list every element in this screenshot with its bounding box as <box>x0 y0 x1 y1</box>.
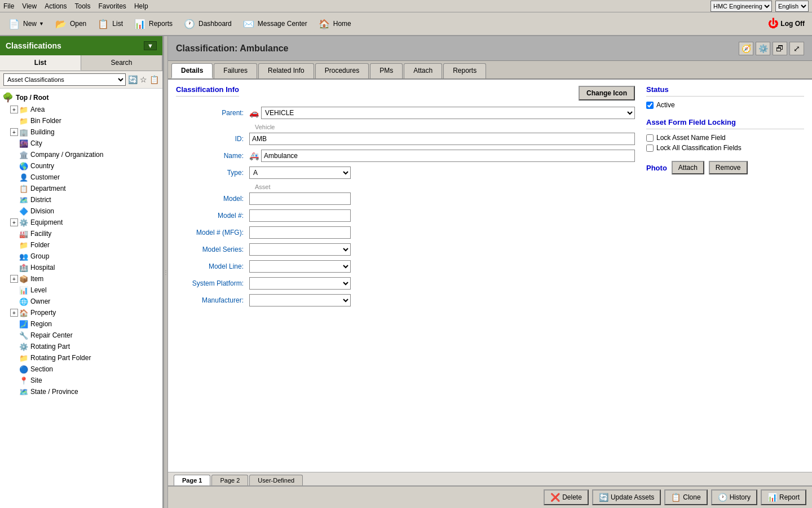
bottom-tab-page1[interactable]: Page 1 <box>174 475 210 485</box>
tree-item-label: Region <box>30 320 52 328</box>
menu-favorites[interactable]: Favorites <box>99 2 126 10</box>
model-num-input[interactable] <box>249 209 351 222</box>
lock-all-checkbox[interactable] <box>646 144 654 152</box>
tree-item[interactable]: +⚙️Equipment <box>0 217 162 228</box>
change-icon-button[interactable]: Change Icon <box>579 86 635 100</box>
reports-button[interactable]: 📊 Reports <box>129 15 176 33</box>
bottom-tab-user-defined[interactable]: User-Defined <box>249 475 303 485</box>
tree-expand-icon[interactable]: + <box>10 218 18 226</box>
tree-item[interactable]: 🔧Repair Center <box>0 330 162 341</box>
tree-item[interactable]: 📁Folder <box>0 239 162 251</box>
language-selector[interactable]: English <box>775 1 809 12</box>
manufacturer-select[interactable] <box>249 294 351 306</box>
bottom-tabs-row: Page 1 Page 2 User-Defined <box>168 472 812 485</box>
tree-expand-icon[interactable]: + <box>10 275 18 283</box>
id-input[interactable] <box>249 133 635 145</box>
gear-icon[interactable]: ⚙️ <box>756 42 770 55</box>
model-line-select[interactable] <box>249 260 351 273</box>
lock-name-checkbox[interactable] <box>646 134 654 142</box>
restore-icon[interactable]: 🗗 <box>773 42 787 55</box>
list-button[interactable]: 📋 List <box>92 15 127 33</box>
tree-item[interactable]: 🔵Section <box>0 364 162 375</box>
dashboard-button[interactable]: 🕐 Dashboard <box>179 15 236 33</box>
menu-tools[interactable]: Tools <box>75 2 91 10</box>
tree-item[interactable]: +📁Area <box>0 104 162 115</box>
panel-resizer[interactable]: ⋮ <box>164 36 168 508</box>
tree-item[interactable]: 👤Customer <box>0 172 162 183</box>
photo-section: Photo Attach Remove <box>646 161 804 174</box>
tree-item[interactable]: 🌎Country <box>0 160 162 172</box>
tree-item[interactable]: 🌐Owner <box>0 296 162 307</box>
tree-root[interactable]: 🌳 Top / Root <box>0 91 162 104</box>
settings-nav-icon[interactable]: 🧭 <box>739 42 753 55</box>
tab-search[interactable]: Search <box>81 55 162 71</box>
tree-item[interactable]: ⚙️Rotating Part <box>0 341 162 352</box>
report-button[interactable]: 📊 Report <box>761 489 806 505</box>
model-mfg-input[interactable] <box>249 226 351 239</box>
tree-item[interactable]: 📍Site <box>0 375 162 386</box>
parent-select[interactable]: VEHICLE <box>261 107 635 119</box>
classification-type-select[interactable]: Asset Classifications <box>3 73 126 86</box>
refresh-icon[interactable]: 🔄 <box>128 75 138 84</box>
tree-item[interactable]: 🔷Division <box>0 205 162 217</box>
open-button[interactable]: 📂 Open <box>50 15 90 33</box>
tree-item[interactable]: +🏠Property <box>0 307 162 318</box>
new-button[interactable]: 📄 New ▼ <box>3 15 48 33</box>
tree-item[interactable]: 📁Bin Folder <box>0 115 162 126</box>
tree-item[interactable]: 🗾Region <box>0 318 162 330</box>
tab-attach[interactable]: Attach <box>404 63 442 78</box>
active-checkbox[interactable] <box>646 102 654 109</box>
name-input[interactable] <box>261 150 635 162</box>
tree-expand-icon[interactable]: + <box>10 128 18 136</box>
message-center-button[interactable]: ✉️ Message Center <box>238 15 311 33</box>
logoff-button[interactable]: ⏻ Log Off <box>764 16 809 32</box>
maximize-icon[interactable]: ⤢ <box>789 42 804 55</box>
lock-name-label[interactable]: Lock Asset Name Field <box>646 134 804 142</box>
tree-item[interactable]: +🏢Building <box>0 126 162 138</box>
tree-item[interactable]: 🏛️Company / Organization <box>0 149 162 160</box>
history-button[interactable]: 🕐 History <box>711 489 757 505</box>
tab-reports[interactable]: Reports <box>443 63 486 78</box>
type-select[interactable]: A <box>249 167 351 179</box>
classifications-dropdown[interactable]: ▼ <box>144 41 157 50</box>
tree-item[interactable]: 🗺️State / Province <box>0 386 162 397</box>
tree-item[interactable]: 📁Rotating Part Folder <box>0 352 162 364</box>
tree-expand-icon[interactable]: + <box>10 106 18 113</box>
menu-help[interactable]: Help <box>134 2 148 10</box>
update-assets-button[interactable]: 🔄 Update Assets <box>592 489 661 505</box>
tab-list[interactable]: List <box>0 55 81 71</box>
model-input[interactable] <box>249 192 351 205</box>
tree-item[interactable]: 📊Level <box>0 284 162 296</box>
clone-button[interactable]: 📋 Clone <box>664 489 707 505</box>
tree-item[interactable]: +📦Item <box>0 273 162 284</box>
tree-item-icon: 🔷 <box>19 207 28 216</box>
remove-button[interactable]: Remove <box>709 161 748 174</box>
menu-actions[interactable]: Actions <box>45 2 67 10</box>
tab-procedures[interactable]: Procedures <box>315 63 369 78</box>
tab-details[interactable]: Details <box>171 63 213 78</box>
tree-item[interactable]: 🌆City <box>0 138 162 149</box>
tab-failures[interactable]: Failures <box>214 63 257 78</box>
attach-button[interactable]: Attach <box>672 161 704 174</box>
company-selector[interactable]: HMC Engineering <box>710 1 772 12</box>
lock-all-label[interactable]: Lock All Classification Fields <box>646 144 804 152</box>
tree-expand-icon[interactable]: + <box>10 309 18 317</box>
model-series-select[interactable] <box>249 243 351 256</box>
report-label: Report <box>779 493 800 501</box>
tree-item[interactable]: 🏥Hospital <box>0 262 162 273</box>
active-checkbox-label[interactable]: Active <box>646 101 675 109</box>
tree-item[interactable]: 📋Department <box>0 183 162 194</box>
tab-pms[interactable]: PMs <box>370 63 403 78</box>
delete-button[interactable]: ❌ Delete <box>544 489 589 505</box>
system-platform-select[interactable] <box>249 277 351 290</box>
tree-item[interactable]: 🗺️District <box>0 194 162 205</box>
tree-item[interactable]: 👥Group <box>0 251 162 262</box>
menu-file[interactable]: File <box>3 2 14 10</box>
copy-icon[interactable]: 📋 <box>149 75 159 84</box>
home-button[interactable]: 🏠 Home <box>314 15 355 33</box>
tab-related-info[interactable]: Related Info <box>258 63 314 78</box>
menu-view[interactable]: View <box>22 2 37 10</box>
star-icon[interactable]: ☆ <box>140 75 147 84</box>
bottom-tab-page2[interactable]: Page 2 <box>211 475 248 485</box>
tree-item[interactable]: 🏭Facility <box>0 228 162 239</box>
